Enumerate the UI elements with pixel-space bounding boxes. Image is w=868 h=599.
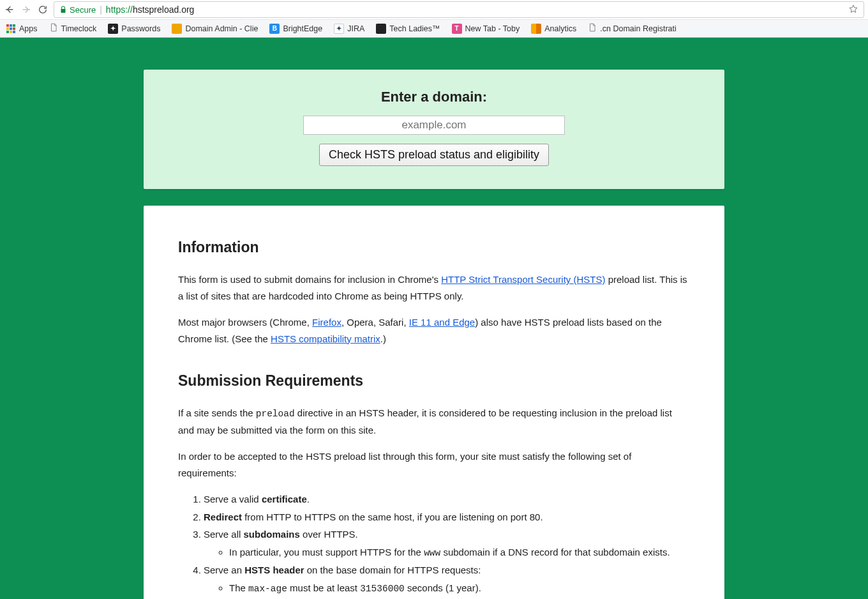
bookmark-brightedge[interactable]: B BrightEdge (267, 22, 325, 35)
req-item-4-sub-1: The max-age must be at least 31536000 se… (229, 580, 690, 597)
secure-indicator: Secure (59, 5, 96, 15)
req-item-4: Serve an HSTS header on the base domain … (204, 562, 690, 599)
bookmark-jira[interactable]: ✦ JIRA (331, 22, 367, 35)
firefox-link[interactable]: Firefox (312, 317, 341, 328)
page-body: Enter a domain: Check HSTS preload statu… (0, 38, 868, 599)
ie-edge-link[interactable]: IE 11 and Edge (409, 317, 475, 328)
bookmark-star-button[interactable] (848, 4, 858, 16)
browser-chrome: Secure | https://hstspreload.org Apps Ti… (0, 0, 868, 38)
dark-icon (376, 24, 386, 34)
reload-icon (38, 4, 48, 15)
bookmark-tech-ladies[interactable]: Tech Ladies™ (373, 22, 442, 35)
req-paragraph-2: In order to be accepted to the HSTS prel… (178, 448, 690, 481)
brightedge-icon: B (269, 24, 280, 34)
separator: | (100, 4, 102, 15)
file-icon (49, 22, 58, 34)
domain-form-card: Enter a domain: Check HSTS preload statu… (144, 70, 724, 189)
key-icon: ✦ (108, 24, 118, 34)
bookmark-new-tab-toby[interactable]: T New Tab - Toby (449, 22, 523, 35)
domain-input[interactable] (303, 116, 565, 135)
req-item-3-sub: In particular, you must support HTTPS fo… (229, 544, 690, 561)
arrow-left-icon (4, 4, 15, 15)
analytics-icon (531, 24, 541, 34)
lock-icon (59, 5, 67, 14)
requirements-heading: Submission Requirements (178, 368, 690, 393)
bookmark-domain-admin[interactable]: Domain Admin - Clie (169, 22, 260, 35)
apps-icon (6, 24, 15, 33)
info-paragraph-1: This form is used to submit domains for … (178, 271, 690, 304)
bookmarks-bar: Apps Timeclock ✦ Passwords Domain Admin … (0, 19, 868, 37)
apps-button[interactable]: Apps (4, 23, 40, 34)
bookmark-timeclock[interactable]: Timeclock (47, 21, 100, 36)
req-item-3: Serve all subdomains over HTTPS. In part… (204, 526, 690, 561)
information-heading: Information (178, 235, 690, 260)
url-text: https://hstspreload.org (106, 4, 195, 15)
file-icon (588, 22, 597, 34)
toby-icon: T (452, 24, 462, 34)
requirements-list: Serve a valid certificate. Redirect from… (204, 491, 690, 599)
reload-button[interactable] (37, 4, 49, 15)
apps-label: Apps (19, 24, 38, 33)
toolbar: Secure | https://hstspreload.org (0, 0, 868, 19)
jira-icon: ✦ (334, 24, 344, 34)
req-item-4-sub-2: The includeSubDomains directive must be … (229, 597, 690, 599)
bookmark-cn-domain[interactable]: .cn Domain Registrati (585, 21, 679, 36)
orange-icon (172, 24, 182, 34)
bookmark-passwords[interactable]: ✦ Passwords (105, 22, 163, 35)
content-card: Information This form is used to submit … (144, 206, 724, 599)
compat-matrix-link[interactable]: HSTS compatibility matrix (271, 333, 380, 344)
check-status-button[interactable]: Check HSTS preload status and eligibilit… (319, 144, 549, 166)
req-paragraph-1: If a site sends the preload directive in… (178, 405, 690, 438)
secure-label: Secure (70, 5, 96, 15)
back-button[interactable] (4, 4, 15, 15)
info-paragraph-2: Most major browsers (Chrome, Firefox, Op… (178, 314, 690, 347)
address-bar[interactable]: Secure | https://hstspreload.org (54, 1, 864, 18)
forward-button[interactable] (20, 4, 32, 15)
star-icon (848, 4, 858, 14)
hsts-wiki-link[interactable]: HTTP Strict Transport Security (HSTS) (441, 274, 605, 285)
bookmark-analytics[interactable]: Analytics (528, 22, 579, 35)
arrow-right-icon (21, 4, 31, 15)
req-item-2: Redirect from HTTP to HTTPS on the same … (204, 509, 690, 526)
req-item-1: Serve a valid certificate. (204, 491, 690, 508)
form-heading: Enter a domain: (169, 89, 699, 105)
